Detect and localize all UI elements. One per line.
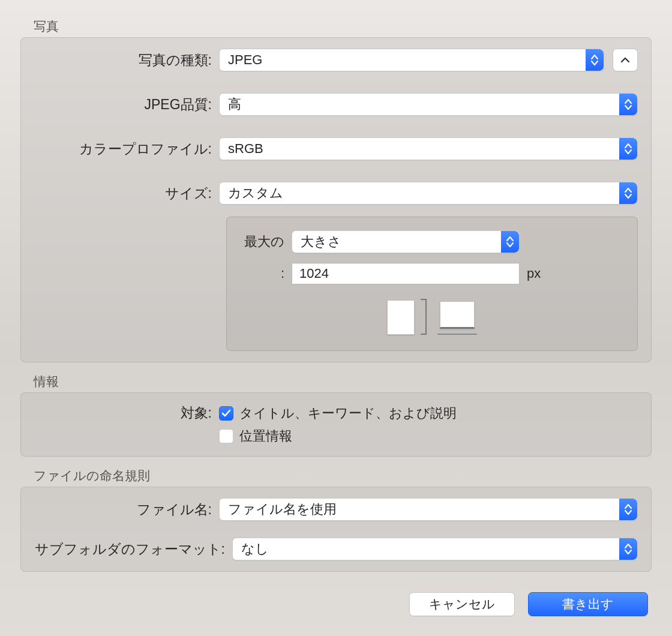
filename-select[interactable]: ファイル名を使用 (219, 498, 638, 521)
max-label: 最大の (244, 233, 292, 251)
custom-size-panel: 最大の 大きさ : px (226, 217, 638, 351)
info-section-title: 情報 (34, 373, 652, 390)
subfolder-value: なし (241, 540, 269, 558)
photo-section: 写真の種類: JPEG JPEG品質: 高 (20, 37, 652, 362)
color-profile-value: sRGB (228, 141, 263, 157)
info-section: 対象: タイトル、キーワード、および説明 位置情報 (20, 392, 652, 457)
title-keywords-label: タイトル、キーワード、および説明 (239, 404, 457, 422)
jpeg-quality-select[interactable]: 高 (219, 93, 638, 116)
photo-kind-label: 写真の種類: (34, 51, 219, 70)
updown-icon (586, 49, 604, 71)
value-colon-label: : (244, 266, 292, 281)
chevron-up-icon (620, 57, 630, 63)
updown-icon (619, 138, 637, 160)
filename-value: ファイル名を使用 (228, 500, 337, 518)
photo-section-title: 写真 (34, 18, 652, 35)
naming-section-title: ファイルの命名規則 (34, 467, 652, 484)
jpeg-quality-label: JPEG品質: (34, 95, 219, 114)
max-size-input[interactable] (292, 263, 520, 284)
title-keywords-checkbox[interactable] (219, 406, 233, 421)
filename-label: ファイル名: (34, 500, 219, 519)
photo-kind-select[interactable]: JPEG (219, 49, 604, 71)
subfolder-label: サブフォルダのフォーマット: (34, 540, 232, 559)
location-label: 位置情報 (239, 427, 292, 445)
export-button[interactable]: 書き出す (528, 592, 648, 616)
cancel-button[interactable]: キャンセル (409, 592, 515, 616)
aspect-preview (244, 299, 620, 335)
size-label: サイズ: (34, 184, 219, 203)
check-icon (221, 409, 231, 418)
target-label: 対象: (34, 404, 219, 422)
baseline-indicator (437, 334, 477, 335)
size-value: カスタム (228, 184, 283, 202)
size-select[interactable]: カスタム (219, 182, 638, 205)
landscape-preview-icon (440, 301, 475, 329)
bracket-icon (421, 299, 427, 335)
updown-icon (501, 231, 519, 253)
jpeg-quality-value: 高 (228, 95, 241, 113)
px-unit: px (527, 266, 541, 281)
updown-icon (619, 538, 637, 560)
portrait-preview-icon (387, 300, 415, 335)
color-profile-select[interactable]: sRGB (219, 137, 638, 160)
collapse-button[interactable] (613, 49, 638, 71)
photo-kind-value: JPEG (228, 52, 262, 68)
updown-icon (619, 182, 637, 204)
dimension-select[interactable]: 大きさ (292, 230, 520, 253)
subfolder-select[interactable]: なし (232, 538, 638, 560)
color-profile-label: カラープロファイル: (34, 140, 219, 158)
updown-icon (619, 94, 637, 115)
location-checkbox[interactable] (219, 429, 233, 443)
naming-section: ファイル名: ファイル名を使用 サブフォルダのフォーマット: なし (20, 487, 652, 572)
dimension-value: 大きさ (301, 233, 341, 251)
dialog-buttons: キャンセル 書き出す (20, 592, 652, 616)
updown-icon (619, 499, 637, 520)
